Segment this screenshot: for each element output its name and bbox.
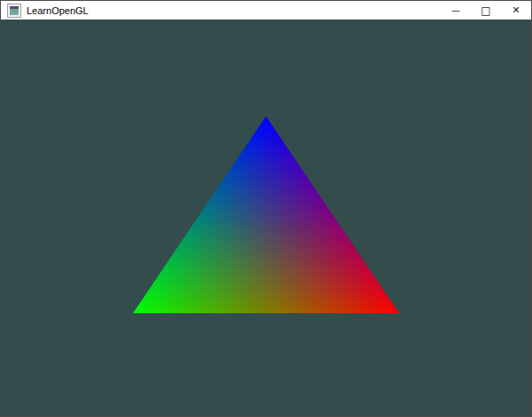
window-controls: — □ ✕ [441,1,531,20]
titlebar[interactable]: LearnOpenGL — □ ✕ [1,1,531,20]
app-icon-glyph [10,6,19,15]
app-icon[interactable] [7,4,21,18]
close-icon: ✕ [512,4,520,16]
close-button[interactable]: ✕ [501,1,531,20]
window-title: LearnOpenGL [27,5,89,16]
maximize-icon: □ [481,4,490,17]
maximize-button[interactable]: □ [471,1,501,20]
minimize-icon: — [451,5,460,15]
minimize-button[interactable]: — [441,1,471,20]
